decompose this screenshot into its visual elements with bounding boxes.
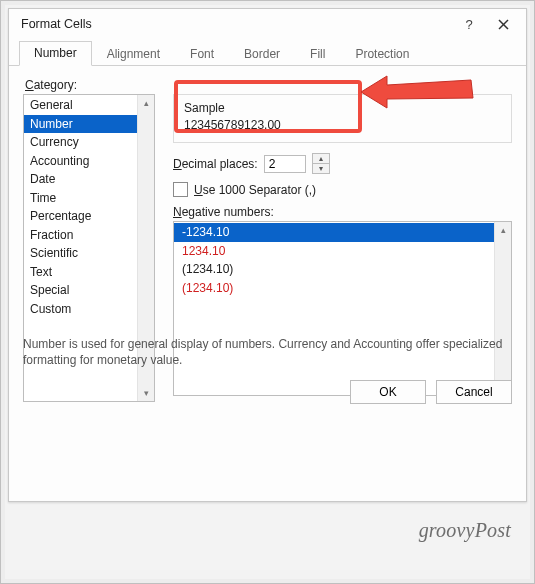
category-item[interactable]: Text: [24, 263, 154, 282]
sample-box: Sample 123456789123.00: [173, 94, 512, 143]
category-description: Number is used for general display of nu…: [23, 336, 512, 368]
decimal-spinner[interactable]: ▴ ▾: [312, 153, 330, 174]
dialog-title: Format Cells: [21, 17, 452, 31]
thousand-separator-label: Use 1000 Separator (,): [194, 183, 316, 197]
decimal-places-label: Decimal places:: [173, 157, 258, 171]
close-button[interactable]: [486, 11, 520, 37]
spin-down-icon[interactable]: ▾: [313, 163, 329, 173]
category-label: Category:: [25, 78, 512, 92]
category-item[interactable]: Number: [24, 115, 154, 134]
negative-numbers-list[interactable]: -1234.101234.10(1234.10)(1234.10) ▴ ▾: [173, 221, 512, 396]
negative-number-item[interactable]: (1234.10): [174, 260, 511, 279]
titlebar: Format Cells ?: [9, 9, 526, 39]
negative-number-item[interactable]: (1234.10): [174, 279, 511, 298]
tab-alignment[interactable]: Alignment: [92, 42, 175, 66]
negative-scrollbar[interactable]: ▴ ▾: [494, 222, 511, 395]
scroll-up-icon[interactable]: ▴: [138, 95, 154, 111]
tab-border[interactable]: Border: [229, 42, 295, 66]
thousand-separator-checkbox[interactable]: [173, 182, 188, 197]
category-item[interactable]: Accounting: [24, 152, 154, 171]
spin-up-icon[interactable]: ▴: [313, 154, 329, 163]
cancel-button[interactable]: Cancel: [436, 380, 512, 404]
negative-number-item[interactable]: -1234.10: [174, 223, 511, 242]
decimal-places-input[interactable]: [264, 155, 306, 173]
negative-number-item[interactable]: 1234.10: [174, 242, 511, 261]
tab-number[interactable]: Number: [19, 41, 92, 66]
sample-value: 123456789123.00: [184, 118, 501, 132]
category-item[interactable]: Fraction: [24, 226, 154, 245]
category-item[interactable]: Special: [24, 281, 154, 300]
close-icon: [498, 19, 509, 30]
sample-label: Sample: [184, 101, 501, 115]
category-item[interactable]: Currency: [24, 133, 154, 152]
dialog-footer: OK Cancel: [9, 372, 526, 412]
tab-font[interactable]: Font: [175, 42, 229, 66]
category-item[interactable]: Custom: [24, 300, 154, 319]
scroll-up-icon[interactable]: ▴: [495, 222, 511, 238]
watermark: groovyPost: [419, 519, 511, 542]
help-button[interactable]: ?: [452, 11, 486, 37]
ok-button[interactable]: OK: [350, 380, 426, 404]
tab-fill[interactable]: Fill: [295, 42, 340, 66]
category-item[interactable]: Date: [24, 170, 154, 189]
dialog-body: Category: GeneralNumberCurrencyAccountin…: [9, 66, 526, 412]
format-cells-dialog: Format Cells ? NumberAlignmentFontBorder…: [8, 8, 527, 502]
negative-numbers-label: Negative numbers:: [173, 205, 512, 219]
category-item[interactable]: Scientific: [24, 244, 154, 263]
tab-protection[interactable]: Protection: [340, 42, 424, 66]
category-item[interactable]: Time: [24, 189, 154, 208]
tab-bar: NumberAlignmentFontBorderFillProtection: [9, 39, 526, 66]
category-item[interactable]: Percentage: [24, 207, 154, 226]
category-item[interactable]: General: [24, 96, 154, 115]
